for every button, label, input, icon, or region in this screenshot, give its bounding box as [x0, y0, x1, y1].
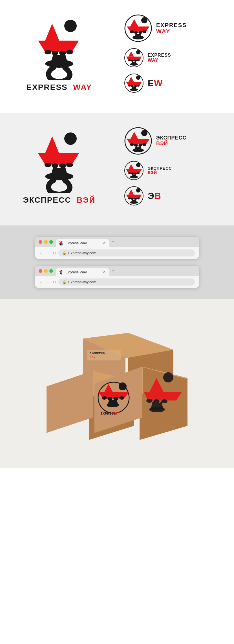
svg-point-16 — [133, 36, 144, 39]
svg-marker-36 — [45, 136, 59, 153]
svg-marker-46 — [127, 139, 149, 144]
main-logo-svg-en — [27, 15, 92, 80]
section-boxes: ЭКСПРЕСС ВЭЙ EXPRESS — [0, 299, 234, 468]
svg-point-0 — [64, 20, 77, 32]
svg-point-60 — [130, 176, 138, 178]
svg-text:WAY: WAY — [112, 412, 119, 415]
browser-toolbar-1: ← → ↻ 🔒 ExpressWay.com — [35, 247, 199, 259]
svg-marker-29 — [126, 82, 142, 86]
tab-favicon-2 — [59, 270, 63, 275]
address-bar-1[interactable]: 🔒 ExpressWay.com — [58, 249, 195, 256]
tab-favicon-1 — [59, 241, 63, 245]
browser-tab-1[interactable]: Express Way ✕ — [56, 239, 109, 247]
svg-marker-54 — [128, 164, 134, 169]
svg-marker-1 — [45, 24, 59, 41]
svg-text:ЭКСПРЕСС: ЭКСПРЕСС — [90, 352, 105, 355]
svg-point-56 — [128, 172, 131, 174]
back-button-2[interactable]: ← — [39, 280, 44, 285]
section-russian-logos: ЭКСПРЕСС ВЭЙ ЭКСПРЕСС ВЭЙ — [0, 113, 234, 225]
variant-initials-ru: ЭВ — [124, 186, 161, 206]
url-text-1: ExpressWay.com — [68, 251, 96, 255]
svg-point-27 — [136, 76, 140, 80]
svg-point-18 — [136, 50, 140, 54]
svg-marker-64 — [126, 195, 142, 198]
svg-marker-55 — [126, 169, 142, 173]
url-text-2: ExpressWay.com — [68, 280, 96, 284]
svg-point-50 — [142, 143, 146, 146]
variant-circle-svg-1-ru — [124, 127, 152, 155]
svg-point-15 — [142, 30, 146, 33]
svg-point-25 — [130, 63, 138, 66]
svg-marker-72 — [60, 242, 61, 243]
traffic-red-2 — [39, 269, 42, 273]
svg-point-47 — [130, 143, 134, 146]
tab-bar-1: Express Way ✕ + — [35, 237, 199, 247]
new-tab-button-2[interactable]: + — [109, 268, 117, 276]
svg-rect-88 — [87, 350, 121, 360]
svg-point-78 — [61, 270, 62, 271]
svg-point-9 — [141, 17, 147, 23]
svg-point-21 — [128, 59, 131, 61]
section-english-logos: EXPRESS WAY EXPRESS WAY — [0, 0, 234, 113]
traffic-green-2 — [49, 269, 53, 273]
reload-button-1[interactable]: ↻ — [53, 251, 56, 255]
traffic-green-1 — [49, 240, 53, 244]
svg-point-34 — [130, 88, 138, 91]
tab-close-1[interactable]: ✕ — [102, 241, 105, 245]
svg-point-105 — [107, 403, 119, 407]
main-logo-text-ru: ЭКСПРЕСС ВЭЙ — [23, 196, 96, 205]
tab-title-2: Express Way — [65, 270, 87, 274]
svg-point-68 — [137, 198, 140, 200]
address-bar-2[interactable]: 🔒 ExpressWay.com — [58, 278, 195, 286]
variant-text-1-ru: ЭКСПРЕСС ВЭЙ — [156, 135, 187, 147]
svg-point-30 — [128, 85, 131, 87]
tab-bar-2: Express Way ✕ + — [35, 266, 199, 276]
variant-circle-svg-3-ru — [124, 186, 144, 206]
svg-text:ВЭЙ: ВЭЙ — [90, 356, 96, 359]
svg-point-41 — [66, 163, 73, 167]
svg-point-24 — [137, 59, 140, 61]
main-logo-ru: ЭКСПРЕСС ВЭЙ — [8, 128, 110, 205]
main-logo-svg-ru — [27, 128, 92, 193]
logo-variants-en: EXPRESS WAY EXPRESS WAY — [116, 14, 226, 93]
svg-point-53 — [136, 163, 140, 167]
variant-circle-svg-1-en — [124, 14, 152, 42]
svg-marker-10 — [130, 19, 138, 26]
variant-circle-small-en: EXPRESS WAY — [124, 48, 171, 68]
traffic-lights-2 — [39, 269, 56, 275]
forward-button-2[interactable]: → — [46, 280, 50, 285]
traffic-yellow-2 — [44, 269, 48, 273]
svg-point-59 — [137, 172, 140, 174]
svg-point-74 — [59, 244, 60, 244]
svg-point-98 — [119, 382, 127, 390]
variant-text-2-ru: ЭКСПРЕСС ВЭЙ — [148, 166, 172, 175]
variant-initials-en: EW — [124, 73, 163, 93]
svg-point-101 — [102, 396, 107, 400]
svg-point-69 — [130, 201, 138, 204]
svg-point-44 — [141, 130, 147, 136]
variant-text-2-en: EXPRESS WAY — [148, 53, 171, 63]
svg-point-12 — [130, 30, 134, 33]
browser-tab-2[interactable]: Express Way ✕ — [56, 268, 109, 276]
browser-window-2: Express Way ✕ + ← → ↻ 🔒 ExpressWay.com — [35, 266, 199, 288]
tab-title-1: Express Way — [65, 241, 87, 245]
reload-button-2[interactable]: ↻ — [53, 280, 56, 284]
svg-marker-28 — [128, 77, 134, 82]
svg-marker-2 — [38, 41, 79, 52]
svg-point-51 — [133, 148, 144, 152]
svg-point-42 — [45, 172, 73, 180]
traffic-red-1 — [39, 240, 42, 244]
forward-button-1[interactable]: → — [46, 251, 50, 256]
lock-icon-1: 🔒 — [62, 251, 67, 255]
back-button-1[interactable]: ← — [39, 251, 44, 256]
tab-close-2[interactable]: ✕ — [102, 270, 105, 275]
svg-point-35 — [64, 132, 77, 145]
svg-marker-37 — [38, 153, 79, 165]
svg-marker-93 — [47, 371, 93, 433]
new-tab-button-1[interactable]: + — [109, 239, 117, 247]
svg-point-33 — [137, 85, 140, 87]
section-browser-mockups: Express Way ✕ + ← → ↻ 🔒 ExpressWay.com — [0, 225, 234, 299]
svg-point-114 — [149, 407, 165, 412]
svg-point-83 — [61, 272, 62, 273]
lock-icon-2: 🔒 — [62, 280, 67, 284]
